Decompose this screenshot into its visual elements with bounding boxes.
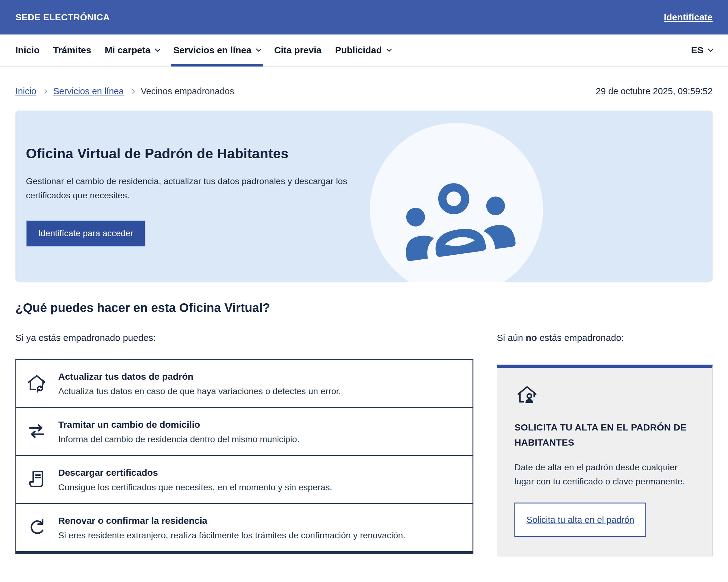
signup-link-label: Solicita tu alta en el padrón <box>526 515 634 525</box>
service-item-change-address: Tramitar un cambio de domicilio Informa … <box>16 407 472 455</box>
nav-item-publicidad[interactable]: Publicidad <box>335 34 391 66</box>
breadcrumb: Inicio Servicios en línea Vecinos empadr… <box>16 86 234 96</box>
main-nav: Inicio Trámites Mi carpeta Servicios en … <box>0 34 728 66</box>
nav-item-cita-previa[interactable]: Cita previa <box>274 34 321 66</box>
signup-card-title: SOLICITA TU ALTA EN EL PADRÓN DE HABITAN… <box>514 420 695 450</box>
service-description: Actualiza tus datos en caso de que haya … <box>58 386 341 396</box>
breadcrumb-link-inicio[interactable]: Inicio <box>16 86 36 96</box>
chevron-right-icon <box>130 89 135 94</box>
service-title: Actualizar tus datos de padrón <box>58 371 341 382</box>
service-list: Actualizar tus datos de padrón Actualiza… <box>16 359 473 554</box>
refresh-icon <box>26 516 48 538</box>
service-description: Informa del cambio de residencia dentro … <box>58 434 300 444</box>
content-columns: Si ya estás empadronado puedes: Actualiz… <box>0 333 728 556</box>
breadcrumb-current-page: Vecinos empadronados <box>141 86 234 96</box>
hero-description: Gestionar el cambio de residencia, actua… <box>26 174 348 202</box>
chevron-down-icon <box>155 46 160 52</box>
registered-intro: Si ya estás empadronado puedes: <box>16 333 473 343</box>
house-user-icon <box>514 383 540 408</box>
identify-access-button[interactable]: Identifícate para acceder <box>26 220 146 247</box>
nav-item-servicios-en-linea[interactable]: Servicios en línea <box>173 34 260 66</box>
service-title: Tramitar un cambio de domicilio <box>58 419 300 430</box>
hero-banner: Oficina Virtual de Padrón de Habitantes … <box>16 111 712 282</box>
not-registered-column: Si aún no estás empadronado: SOLICITA TU… <box>497 333 712 556</box>
chevron-down-icon <box>256 46 261 52</box>
page-title: Oficina Virtual de Padrón de Habitantes <box>26 146 370 162</box>
service-item-update-data: Actualizar tus datos de padrón Actualiza… <box>16 360 472 407</box>
service-title: Descargar certificados <box>58 467 332 478</box>
section-heading: ¿Qué puedes hacer en esta Oficina Virtua… <box>16 301 712 315</box>
service-item-download-certificates: Descargar certificados Consigue los cert… <box>16 455 472 503</box>
people-group-icon <box>393 170 520 266</box>
service-description: Consigue los certificados que necesites,… <box>58 482 332 492</box>
breadcrumb-link-servicios[interactable]: Servicios en línea <box>53 86 124 96</box>
nav-item-inicio[interactable]: Inicio <box>16 34 40 66</box>
current-datetime: 29 de octubre 2025, 09:59:52 <box>596 86 712 96</box>
top-bar: SEDE ELECTRÓNICA Identifícate <box>0 0 728 34</box>
registered-column: Si ya estás empadronado puedes: Actualiz… <box>16 333 473 554</box>
language-selector[interactable]: ES <box>691 34 712 66</box>
service-description: Si eres residente extranjero, realiza fá… <box>58 530 405 541</box>
transfer-arrows-icon <box>26 420 48 442</box>
nav-item-tramites[interactable]: Trámites <box>53 34 91 66</box>
signup-link-button[interactable]: Solicita tu alta en el padrón <box>514 503 646 537</box>
house-sync-icon <box>26 372 48 394</box>
service-title: Renovar o confirmar la residencia <box>58 516 405 526</box>
chevron-down-icon <box>386 46 392 52</box>
hero-circle <box>370 123 543 282</box>
identify-link[interactable]: Identifícate <box>664 12 712 23</box>
receipt-icon <box>26 468 48 490</box>
chevron-right-icon <box>42 89 47 94</box>
signup-card: SOLICITA TU ALTA EN EL PADRÓN DE HABITAN… <box>497 365 712 556</box>
site-brand: SEDE ELECTRÓNICA <box>16 12 110 23</box>
service-item-renew-residence: Renovar o confirmar la residencia Si ere… <box>16 503 472 551</box>
signup-card-description: Date de alta en el padrón desde cualquie… <box>514 460 695 489</box>
nav-items: Inicio Trámites Mi carpeta Servicios en … <box>16 34 391 66</box>
breadcrumb-row: Inicio Servicios en línea Vecinos empadr… <box>0 66 728 96</box>
not-registered-intro: Si aún no estás empadronado: <box>497 333 712 343</box>
chevron-down-icon <box>708 46 713 52</box>
nav-item-mi-carpeta[interactable]: Mi carpeta <box>105 34 160 66</box>
